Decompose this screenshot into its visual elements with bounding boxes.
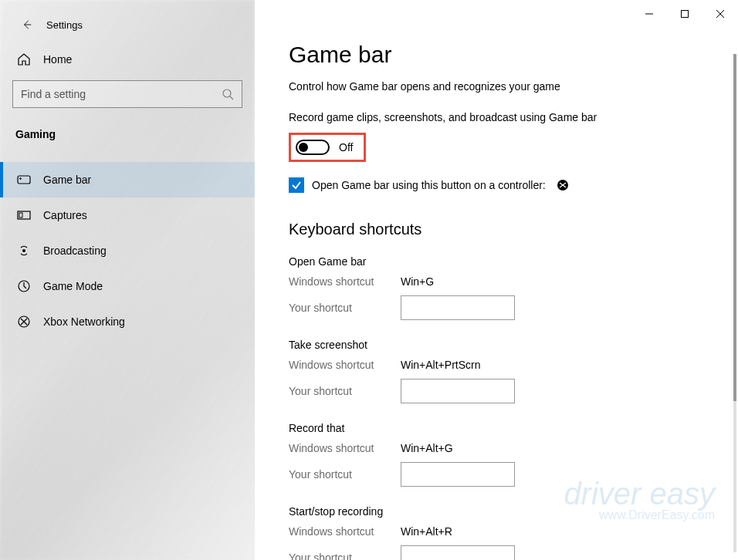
shortcut-start-stop: Start/stop recording Windows shortcut Wi… <box>289 505 715 560</box>
shortcut-value: Win+Alt+PrtScrn <box>401 359 480 371</box>
broadcast-icon <box>17 244 31 258</box>
sidebar-item-gamebar[interactable]: Game bar <box>0 162 255 197</box>
shortcut-title: Record that <box>289 422 715 434</box>
your-shortcut-label: Your shortcut <box>289 468 401 481</box>
gamebar-icon <box>17 173 31 187</box>
shortcut-value: Win+G <box>401 275 434 288</box>
shortcuts-heading: Keyboard shortcuts <box>289 221 715 238</box>
shortcut-value: Win+Alt+G <box>401 442 453 454</box>
toggle-description: Record game clips, screenshots, and broa… <box>289 111 715 123</box>
windows-shortcut-label: Windows shortcut <box>289 359 401 371</box>
minimize-button[interactable] <box>631 0 667 28</box>
windows-shortcut-label: Windows shortcut <box>289 525 401 538</box>
nav-label: Captures <box>43 209 87 221</box>
svg-rect-1 <box>18 176 30 184</box>
toggle-label: Off <box>339 141 353 153</box>
shortcut-title: Start/stop recording <box>289 505 715 518</box>
your-shortcut-label: Your shortcut <box>289 302 401 314</box>
maximize-button[interactable] <box>667 0 702 28</box>
gamebar-toggle[interactable] <box>296 140 330 155</box>
search-icon <box>222 88 234 100</box>
windows-shortcut-label: Windows shortcut <box>289 275 401 288</box>
shortcut-screenshot: Take screenshot Windows shortcut Win+Alt… <box>289 339 715 403</box>
home-icon <box>17 52 31 66</box>
toggle-knob <box>299 143 308 152</box>
nav-label: Xbox Networking <box>43 315 125 328</box>
captures-icon <box>17 208 31 222</box>
svg-point-6 <box>22 249 25 252</box>
toggle-highlight-box: Off <box>289 133 366 162</box>
shortcut-input[interactable] <box>401 545 515 560</box>
shortcut-input[interactable] <box>401 295 515 320</box>
svg-rect-9 <box>682 11 689 18</box>
controller-checkbox[interactable] <box>289 177 304 193</box>
your-shortcut-label: Your shortcut <box>289 552 401 560</box>
search-input[interactable] <box>21 88 212 100</box>
sidebar-item-gamemode[interactable]: Game Mode <box>0 268 255 304</box>
home-label: Home <box>43 53 72 66</box>
app-title: Settings <box>46 19 83 31</box>
shortcut-title: Open Game bar <box>289 255 715 268</box>
xbox-button-icon <box>557 179 569 191</box>
scrollbar-thumb[interactable] <box>733 54 736 401</box>
nav-label: Game bar <box>43 174 91 186</box>
gamemode-icon <box>17 279 31 293</box>
nav-label: Game Mode <box>43 280 103 292</box>
sidebar-item-home[interactable]: Home <box>0 39 255 80</box>
svg-rect-5 <box>19 213 22 218</box>
svg-rect-3 <box>20 177 21 180</box>
search-input-wrap[interactable] <box>12 80 242 108</box>
close-button[interactable] <box>702 0 738 28</box>
svg-point-0 <box>223 89 231 97</box>
page-description: Control how Game bar opens and recognize… <box>289 80 715 93</box>
shortcut-record-that: Record that Windows shortcut Win+Alt+G Y… <box>289 422 715 487</box>
shortcut-title: Take screenshot <box>289 339 715 351</box>
section-label: Gaming <box>0 120 255 148</box>
scrollbar[interactable] <box>733 54 736 552</box>
sidebar-item-xbox[interactable]: Xbox Networking <box>0 304 255 339</box>
page-title: Game bar <box>289 42 715 68</box>
sidebar-item-captures[interactable]: Captures <box>0 197 255 233</box>
windows-shortcut-label: Windows shortcut <box>289 442 401 454</box>
shortcut-input[interactable] <box>401 379 515 403</box>
nav-label: Broadcasting <box>43 245 107 257</box>
back-button[interactable] <box>22 19 32 30</box>
shortcut-value: Win+Alt+R <box>401 525 452 538</box>
shortcut-open-gamebar: Open Game bar Windows shortcut Win+G You… <box>289 255 715 320</box>
sidebar-item-broadcasting[interactable]: Broadcasting <box>0 233 255 268</box>
your-shortcut-label: Your shortcut <box>289 385 401 397</box>
xbox-icon <box>17 315 31 329</box>
checkbox-label: Open Game bar using this button on a con… <box>312 179 546 191</box>
shortcut-input[interactable] <box>401 462 515 487</box>
